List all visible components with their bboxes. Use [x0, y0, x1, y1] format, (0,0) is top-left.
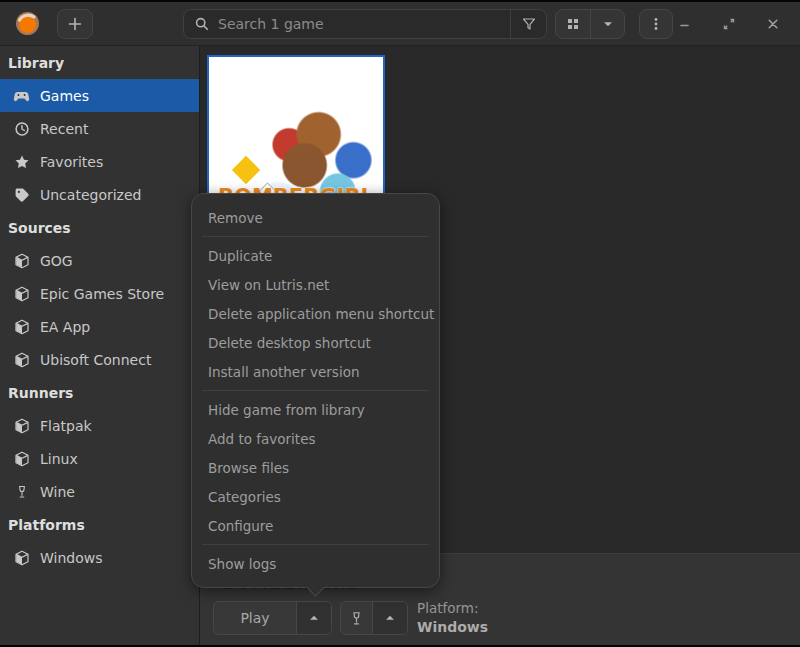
package-icon [13, 351, 30, 368]
context-menu: RemoveDuplicateView on Lutris.netDelete … [191, 193, 440, 588]
package-icon [13, 417, 30, 434]
sidebar: LibraryGamesRecentFavoritesUncategorized… [0, 46, 200, 647]
sidebar-item-wine[interactable]: Wine [0, 475, 199, 508]
search-icon [194, 16, 210, 32]
sidebar-item-recent[interactable]: Recent [0, 112, 199, 145]
sidebar-section-library: Library [0, 46, 199, 79]
menu-separator [202, 236, 429, 237]
menu-item-configure[interactable]: Configure [192, 511, 439, 540]
sidebar-item-label: Uncategorized [40, 187, 141, 203]
headerbar [0, 2, 800, 46]
menu-item-hide-game-from-library[interactable]: Hide game from library [192, 395, 439, 424]
chevron-up-icon [307, 611, 321, 625]
sidebar-item-games[interactable]: Games [0, 79, 199, 112]
sidebar-item-uncategorized[interactable]: Uncategorized [0, 178, 199, 211]
wine-button[interactable] [341, 602, 372, 634]
menu-item-duplicate[interactable]: Duplicate [192, 241, 439, 270]
search-group [183, 9, 547, 39]
platform-label: Platform: [417, 599, 488, 618]
menu-item-categories[interactable]: Categories [192, 482, 439, 511]
restore-icon [721, 16, 737, 32]
play-split-button: Play [213, 601, 332, 635]
grid-icon [565, 16, 581, 32]
menu-separator [202, 544, 429, 545]
app-menu-button[interactable] [639, 9, 673, 39]
sidebar-item-label: Wine [40, 484, 75, 500]
sidebar-item-label: EA App [40, 319, 90, 335]
sidebar-section-runners: Runners [0, 376, 199, 409]
plus-icon [67, 16, 83, 32]
package-icon [13, 252, 30, 269]
lutris-logo-icon [14, 10, 42, 38]
sidebar-item-label: Linux [40, 451, 78, 467]
play-dropdown-button[interactable] [296, 602, 331, 634]
view-switcher [555, 9, 625, 39]
sidebar-item-label: Games [40, 88, 89, 104]
wine-split-button [340, 601, 408, 635]
menu-item-remove[interactable]: Remove [192, 203, 439, 232]
menu-item-show-logs[interactable]: Show logs [192, 549, 439, 578]
package-icon [13, 549, 30, 566]
sidebar-item-linux[interactable]: Linux [0, 442, 199, 475]
wineglass-icon [13, 483, 30, 500]
filter-button[interactable] [510, 10, 546, 38]
sidebar-item-flatpak[interactable]: Flatpak [0, 409, 199, 442]
add-game-button[interactable] [57, 9, 93, 39]
search-entry[interactable] [184, 16, 510, 32]
sidebar-item-gog[interactable]: GOG [0, 244, 199, 277]
menu-item-browse-files[interactable]: Browse files [192, 453, 439, 482]
sidebar-item-epic-games-store[interactable]: Epic Games Store [0, 277, 199, 310]
view-dropdown-button[interactable] [590, 10, 624, 38]
package-icon [13, 450, 30, 467]
sidebar-item-favorites[interactable]: Favorites [0, 145, 199, 178]
menu-item-install-another-version[interactable]: Install another version [192, 357, 439, 386]
menu-item-view-on-lutris-net[interactable]: View on Lutris.net [192, 270, 439, 299]
sidebar-item-label: Recent [40, 121, 88, 137]
sidebar-item-windows[interactable]: Windows [0, 541, 199, 574]
menu-item-delete-application-menu-shortcut[interactable]: Delete application menu shortcut [192, 299, 439, 328]
chevron-up-icon [383, 611, 397, 625]
star-icon [13, 153, 30, 170]
sidebar-item-label: Windows [40, 550, 103, 566]
sidebar-item-ea-app[interactable]: EA App [0, 310, 199, 343]
sidebar-item-ubisoft-connect[interactable]: Ubisoft Connect [0, 343, 199, 376]
window-controls [676, 15, 786, 33]
close-icon [765, 16, 781, 32]
kebab-icon [648, 16, 664, 32]
restore-button[interactable] [720, 15, 738, 33]
sidebar-item-label: GOG [40, 253, 73, 269]
platform-value: Windows [417, 618, 488, 637]
package-icon [13, 285, 30, 302]
platform-info: Platform: Windows [417, 599, 488, 637]
funnel-icon [521, 16, 537, 32]
play-button[interactable]: Play [214, 602, 296, 634]
minimize-button[interactable] [676, 15, 694, 33]
clock-icon [13, 120, 30, 137]
sidebar-item-label: Flatpak [40, 418, 92, 434]
gamepad-icon [13, 87, 30, 104]
sidebar-item-label: Favorites [40, 154, 103, 170]
sidebar-item-label: Ubisoft Connect [40, 352, 151, 368]
package-icon [13, 318, 30, 335]
close-button[interactable] [764, 15, 782, 33]
wineglass-icon [349, 611, 364, 626]
chevron-down-icon [601, 17, 615, 31]
grid-view-button[interactable] [556, 10, 590, 38]
menu-item-delete-desktop-shortcut[interactable]: Delete desktop shortcut [192, 328, 439, 357]
sidebar-section-platforms: Platforms [0, 508, 199, 541]
minimize-icon [677, 16, 693, 32]
wine-dropdown-button[interactable] [372, 602, 407, 634]
menu-item-add-to-favorites[interactable]: Add to favorites [192, 424, 439, 453]
menu-separator [202, 390, 429, 391]
sidebar-section-sources: Sources [0, 211, 199, 244]
window: LibraryGamesRecentFavoritesUncategorized… [0, 0, 800, 647]
tag-icon [13, 186, 30, 203]
sidebar-item-label: Epic Games Store [40, 286, 164, 302]
search-input[interactable] [218, 16, 500, 32]
